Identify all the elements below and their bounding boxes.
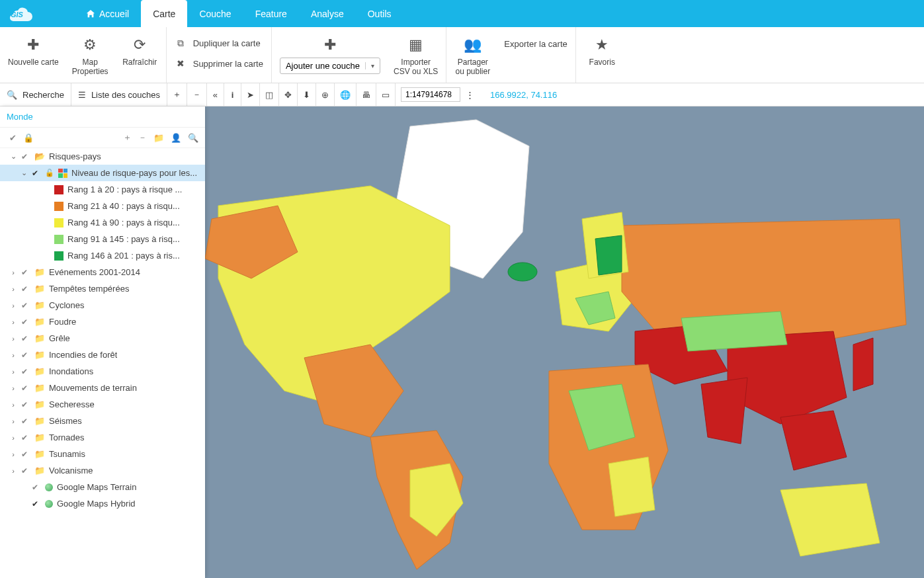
- legend-item[interactable]: Rang 146 à 201 : pays à ris...: [0, 247, 205, 264]
- check-icon[interactable]: ✔: [21, 268, 30, 277]
- nav-tab-accueil[interactable]: Accueil: [74, 0, 141, 27]
- nav-tab-label: Accueil: [99, 9, 129, 19]
- measure-button[interactable]: ▭: [376, 83, 396, 106]
- check-icon[interactable]: ✔: [21, 400, 30, 409]
- tree-folder-root[interactable]: ⌄ ✔ 📂 Risques-pays: [0, 148, 205, 165]
- more-icon[interactable]: ⋮: [466, 90, 474, 100]
- tree-folder[interactable]: ›✔📁Foudre: [0, 313, 205, 330]
- nav-tab-label: Analyse: [311, 9, 344, 19]
- legend-item[interactable]: Rang 91 à 145 : pays à risq...: [0, 231, 205, 247]
- check-icon[interactable]: ✔: [21, 301, 30, 310]
- ribbon-label: Rafraîchir: [122, 58, 157, 67]
- nav-tab-label: Feature: [255, 9, 287, 19]
- minus-icon[interactable]: －: [138, 132, 147, 144]
- pin-button[interactable]: ⬇: [298, 83, 316, 106]
- nav-tab-carte[interactable]: Carte: [141, 0, 187, 27]
- rewind-button[interactable]: «: [207, 83, 224, 106]
- plus-icon[interactable]: ＋: [123, 132, 132, 144]
- print-button[interactable]: 🖶: [357, 83, 376, 106]
- folder-icon: 📁: [34, 350, 45, 360]
- check-icon[interactable]: ✔: [21, 317, 30, 327]
- refresh-button[interactable]: ⟳ Rafraîchir: [122, 32, 158, 67]
- tree-folder[interactable]: ›✔📁Tornades: [0, 429, 205, 446]
- tree-folder[interactable]: ›✔📁Grêle: [0, 330, 205, 347]
- plus-icon: ＋: [173, 89, 181, 101]
- zoom-icon[interactable]: 🔍: [188, 133, 198, 143]
- tree-basemap[interactable]: ·✔Google Maps Terrain: [0, 479, 205, 495]
- tree-folder[interactable]: ›✔📁Evénements 2001-2014: [0, 264, 205, 280]
- plus-icon: ✚: [27, 36, 39, 54]
- folder-label: Tempêtes tempérées: [49, 284, 129, 294]
- tree-folder[interactable]: ›✔📁Secheresse: [0, 396, 205, 413]
- check-icon[interactable]: ✔: [21, 367, 30, 376]
- color-swatch: [54, 185, 63, 194]
- delete-map-button[interactable]: ✖ Supprimer la carte: [175, 56, 263, 71]
- info-button[interactable]: i: [224, 83, 241, 106]
- add-layer-dropdown[interactable]: Ajouter une couche ▾: [280, 58, 380, 74]
- new-map-button[interactable]: ✚ Nouvelle carte: [8, 32, 59, 67]
- globe-button[interactable]: 🌐: [335, 83, 357, 106]
- nav-tab-analyse[interactable]: Analyse: [299, 0, 356, 27]
- tree-folder[interactable]: ›✔📁Tsunamis: [0, 446, 205, 462]
- tree-folder[interactable]: ›✔📁Volcanisme: [0, 462, 205, 479]
- nav-tab-outils[interactable]: Outils: [356, 0, 403, 27]
- favorites-button[interactable]: ★ Favoris: [584, 32, 620, 67]
- globe-icon: [45, 500, 53, 508]
- legend-item[interactable]: Rang 21 à 40 : pays à risqu...: [0, 198, 205, 214]
- scale-box: ⋮: [396, 83, 480, 106]
- share-button[interactable]: 👥 Partager ou publier: [454, 32, 491, 76]
- lock-open-icon: 🔓: [45, 169, 54, 177]
- check-icon[interactable]: ✔: [21, 334, 30, 343]
- tree-folder[interactable]: ›✔📁Mouvements de terrain: [0, 380, 205, 396]
- search-button[interactable]: 🔍 Recherche: [0, 83, 71, 106]
- duplicate-map-button[interactable]: ⧉ Dupliquer la carte: [175, 35, 263, 52]
- check-icon[interactable]: ✔: [21, 450, 30, 459]
- check-icon[interactable]: ✔: [32, 499, 41, 509]
- user-icon[interactable]: 👤: [171, 133, 181, 143]
- zoom-extent-button[interactable]: ⊕: [316, 83, 335, 106]
- toolbar-label: Recherche: [22, 90, 64, 100]
- tree-folder[interactable]: ›✔📁Cyclones: [0, 297, 205, 313]
- folder-icon: 📁: [34, 317, 45, 327]
- check-icon[interactable]: ✔: [32, 483, 41, 492]
- check-icon[interactable]: ✔: [21, 433, 30, 442]
- layer-list-button[interactable]: ☰ Liste des couches: [71, 83, 167, 106]
- legend-label: Rang 146 à 201 : pays à ris...: [67, 251, 180, 261]
- tree-layer-selected[interactable]: ⌄ ✔ 🔓 Niveau de risque-pays pour les...: [0, 165, 205, 181]
- folder-label: Evénements 2001-2014: [49, 267, 140, 277]
- nav-tab-feature[interactable]: Feature: [243, 0, 299, 27]
- scale-input[interactable]: [401, 87, 460, 102]
- tree-folder[interactable]: ›✔📁Incendies de forêt: [0, 347, 205, 363]
- check-icon[interactable]: ✔: [21, 417, 30, 426]
- check-icon[interactable]: ✔: [21, 152, 30, 161]
- check-icon[interactable]: ✔: [21, 284, 30, 294]
- add-layer-button[interactable]: ✚ Ajouter une couche ▾: [280, 32, 380, 74]
- folder-label: Inondations: [49, 366, 93, 376]
- tree-folder[interactable]: ›✔📁Séismes: [0, 413, 205, 429]
- ribbon-label: Properties: [72, 67, 108, 76]
- zoom-out-button[interactable]: －: [187, 83, 207, 106]
- import-button[interactable]: ▦ Importer CSV ou XLS: [394, 32, 438, 76]
- legend-item[interactable]: Rang 1 à 20 : pays à risque ...: [0, 181, 205, 198]
- zoom-in-button[interactable]: ＋: [167, 83, 187, 106]
- check-icon[interactable]: ✔: [21, 351, 30, 360]
- tree-folder[interactable]: ›✔📁Inondations: [0, 363, 205, 380]
- check-icon[interactable]: ✔: [32, 169, 41, 178]
- pointer-button[interactable]: ➤: [241, 83, 260, 106]
- map-properties-button[interactable]: ⚙ Map Properties: [72, 32, 108, 76]
- tree-folder[interactable]: ›✔📁Tempêtes tempérées: [0, 280, 205, 297]
- folder-icon[interactable]: 📁: [153, 133, 164, 143]
- legend-item[interactable]: Rang 41 à 90 : pays à risqu...: [0, 214, 205, 231]
- check-icon[interactable]: ✔: [21, 466, 30, 475]
- export-button[interactable]: Exporter la carte: [504, 32, 567, 52]
- nav-tab-couche[interactable]: Couche: [187, 0, 243, 27]
- check-icon[interactable]: ✔: [9, 133, 17, 143]
- tree-basemap[interactable]: ·✔Google Maps Hybrid: [0, 495, 205, 512]
- ribbon-label: Favoris: [589, 58, 615, 67]
- chevron-right-icon: ›: [9, 302, 17, 310]
- select-rect-button[interactable]: ◫: [260, 83, 279, 106]
- check-icon[interactable]: ✔: [21, 384, 30, 393]
- map-title[interactable]: Monde: [0, 106, 205, 128]
- lock-icon[interactable]: 🔒: [23, 133, 34, 143]
- pan-button[interactable]: ✥: [279, 83, 298, 106]
